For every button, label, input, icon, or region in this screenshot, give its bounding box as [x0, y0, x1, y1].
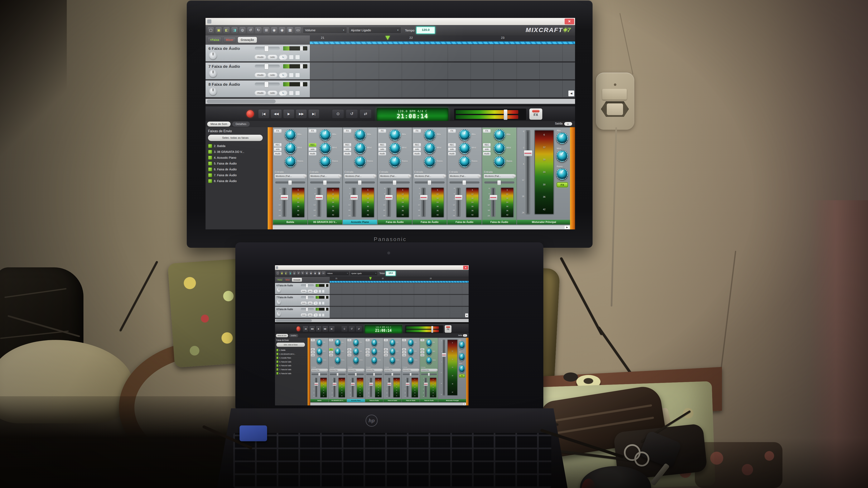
strip-rec-button[interactable]: REC — [378, 143, 386, 147]
mixer-track-list-item[interactable]: 6. Faixa de Áudio — [276, 364, 306, 368]
strip-name-label[interactable]: Batida — [310, 399, 329, 402]
eq-mid-knob[interactable] — [320, 143, 331, 154]
pan-slider[interactable] — [384, 374, 400, 375]
pan-slider[interactable] — [310, 182, 340, 184]
volume-fader[interactable] — [491, 188, 496, 217]
volume-slider[interactable] — [301, 296, 314, 298]
eq-low-knob[interactable] — [389, 156, 401, 167]
master-eq-mid-knob[interactable] — [556, 150, 568, 162]
copy-icon[interactable]: ◍ — [239, 27, 246, 33]
mixer-track-list-item[interactable]: 2. Batida — [276, 348, 306, 352]
input-gain-knob[interactable] — [326, 369, 328, 371]
volume-fader[interactable] — [317, 188, 321, 217]
mixer-track-list-item[interactable]: 3. 06 GRAVATA DO V... — [276, 352, 306, 356]
strip-fx-button[interactable]: FX — [384, 339, 388, 341]
eq-mid-knob[interactable] — [335, 348, 341, 355]
volume-fader[interactable] — [388, 378, 391, 397]
playhead-cursor[interactable] — [385, 36, 390, 40]
track-header[interactable]: 7 Faixa de Áudio mudo solo fx — [275, 295, 330, 306]
eq-high-knob[interactable] — [389, 129, 401, 140]
fader-handle[interactable] — [351, 383, 355, 386]
strip-solo-button[interactable]: solo — [448, 148, 456, 151]
go-to-end-button[interactable]: ▶| — [308, 109, 319, 119]
undo-icon[interactable]: ↺ — [297, 271, 300, 275]
strip-fx-button[interactable]: FX — [344, 129, 351, 133]
master-eq-high-knob[interactable] — [556, 132, 568, 144]
mixer-track-list-item[interactable]: 5. Faixa de Áudio — [208, 161, 265, 166]
pan-slider[interactable] — [330, 374, 345, 375]
strip-mute-button[interactable]: mudo — [347, 354, 351, 356]
checkbox-icon[interactable] — [208, 179, 212, 183]
strip-rec-button[interactable]: REC — [421, 348, 425, 351]
mixer-track-list-item[interactable]: 7. Faixa de Áudio — [208, 172, 265, 178]
user-icon[interactable]: ◉ — [309, 271, 313, 275]
loop-selection-band[interactable] — [330, 281, 469, 283]
fader-handle[interactable] — [280, 195, 288, 200]
strip-solo-button[interactable]: solo — [274, 148, 281, 151]
track-header[interactable]: 6 Faixa de Áudio mudo solo fx — [206, 45, 310, 61]
new-file-icon[interactable]: ▢ — [276, 271, 279, 275]
strip-name-label[interactable]: Faixa de Áudio — [412, 220, 447, 224]
eq-low-knob[interactable] — [408, 357, 414, 364]
checkbox-icon[interactable] — [208, 156, 212, 160]
master-fader[interactable] — [442, 340, 445, 396]
save-icon[interactable]: ◧ — [284, 271, 288, 275]
eq-low-knob[interactable] — [494, 156, 505, 167]
undo-icon[interactable]: ↺ — [247, 27, 253, 33]
mute-button[interactable]: mudo — [255, 73, 266, 77]
fx-button[interactable]: fx — [313, 290, 318, 293]
input-gain-knob[interactable] — [478, 174, 481, 178]
scrollbar-thumb[interactable] — [207, 99, 276, 103]
strip-name-label[interactable]: Faixa de Áudio — [365, 399, 383, 402]
pan-knob[interactable] — [209, 70, 217, 78]
strip-solo-button[interactable]: solo — [483, 148, 491, 151]
track-option-button[interactable] — [289, 55, 293, 59]
add-track-button[interactable]: +Faixa — [208, 37, 221, 43]
scroll-left-button[interactable]: ◀ — [568, 91, 574, 96]
master-eq-low-knob[interactable] — [459, 365, 465, 372]
input-gain-knob[interactable] — [345, 369, 346, 371]
strip-name-label[interactable]: Faixa de Áudio — [447, 220, 482, 224]
track-lane[interactable] — [310, 45, 575, 61]
tab-mixer[interactable]: Mesa de Som — [276, 334, 288, 337]
strip-solo-button[interactable]: solo — [366, 351, 370, 354]
output-expand-button[interactable]: ▸ — [463, 334, 467, 337]
strip-fx-button[interactable]: FX — [413, 129, 421, 133]
eq-high-knob[interactable] — [424, 129, 435, 140]
mixer-track-list-item[interactable]: 3. 06 GRAVATA DO V... — [208, 149, 265, 155]
input-gain-knob[interactable] — [443, 174, 446, 178]
tempo-value[interactable]: 120.0 — [385, 271, 396, 276]
pan-knob[interactable] — [277, 299, 281, 305]
strip-mute-button[interactable]: mudo — [421, 354, 425, 356]
track-option-button[interactable] — [322, 314, 324, 317]
eq-high-knob[interactable] — [354, 129, 366, 140]
go-to-start-button[interactable]: |◀ — [303, 326, 308, 332]
mute-button[interactable]: mudo — [301, 314, 307, 317]
volume-fader[interactable] — [315, 378, 317, 397]
strip-rec-button[interactable]: REC — [311, 348, 315, 351]
solo-button[interactable]: solo — [268, 91, 277, 95]
loop-button[interactable]: ⊙ — [341, 326, 348, 332]
strip-mute-button[interactable]: mudo — [402, 354, 406, 356]
strip-fx-button[interactable]: FX — [366, 339, 370, 341]
master-fader-handle[interactable] — [524, 150, 532, 156]
master-fx-button[interactable]: FX — [445, 325, 451, 333]
grid-icon[interactable]: ⊞ — [263, 27, 269, 33]
mixer-track-list-item[interactable]: 7. Faixa de Áudio — [276, 367, 306, 371]
strip-name-label[interactable]: 06 GRAVATA DO V... — [308, 220, 342, 224]
strip-name-label[interactable]: Batida — [273, 220, 307, 224]
checkbox-icon[interactable] — [276, 349, 278, 351]
strip-solo-button[interactable]: solo — [413, 148, 421, 151]
checkbox-icon[interactable] — [276, 364, 278, 367]
strip-fx-button[interactable]: FX — [347, 339, 351, 341]
eq-mid-knob[interactable] — [389, 143, 401, 154]
master-fader-handle[interactable] — [442, 353, 446, 357]
timeline-ruler[interactable]: 21 22 23 — [310, 35, 575, 44]
strip-rec-button[interactable]: REC — [344, 143, 351, 147]
fast-forward-button[interactable]: ▶▶ — [322, 326, 328, 332]
eq-low-knob[interactable] — [335, 357, 341, 364]
input-select[interactable]: Monitores (Pad… — [379, 174, 410, 178]
fader-handle[interactable] — [369, 383, 373, 386]
mixer-scrollbar[interactable]: ▶ — [273, 225, 570, 229]
track-option-button[interactable] — [319, 301, 321, 305]
